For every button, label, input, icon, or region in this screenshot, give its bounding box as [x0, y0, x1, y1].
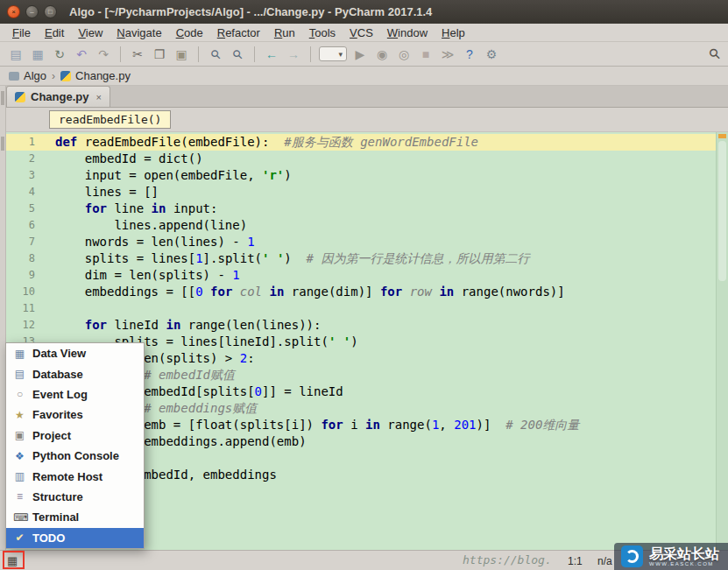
code-line[interactable]: dim = len(splits) - 1 [55, 267, 716, 284]
popup-item-terminal[interactable]: ⌨Terminal [6, 507, 144, 527]
remote-host-icon: ▥ [13, 470, 26, 482]
menu-help[interactable]: Help [435, 25, 472, 40]
menu-file[interactable]: File [5, 25, 38, 40]
popup-item-python-console[interactable]: ❖Python Console [6, 446, 144, 466]
sync-icon[interactable]: ↻ [51, 46, 68, 63]
redo-icon[interactable]: ↷ [95, 46, 112, 63]
code-line[interactable]: lines.append(line) [55, 217, 716, 234]
breadcrumb-file[interactable]: Change.py [60, 69, 131, 82]
project-icon: ▣ [13, 429, 26, 441]
code-line[interactable]: # embedId赋值 [55, 367, 716, 384]
code-line[interactable]: input = open(embedFile, 'r') [55, 167, 716, 184]
line-number[interactable]: 12 [6, 317, 39, 334]
forward-icon[interactable]: → [285, 46, 302, 63]
step-over-icon[interactable]: ≫ [439, 46, 456, 63]
encoding-indicator[interactable]: n/a [597, 555, 612, 567]
line-number[interactable]: 4 [6, 184, 39, 201]
code-line[interactable]: splits = lines[1].split(' ') # 因为第一行是统计信… [55, 250, 716, 267]
popup-item-label: Remote Host [32, 470, 102, 483]
code-line[interactable]: lines = [] [55, 184, 716, 201]
python-file-icon [15, 92, 25, 102]
minimize-button[interactable]: – [25, 5, 39, 18]
code-line[interactable] [55, 300, 716, 317]
replace-icon[interactable]: ⚲ [225, 41, 250, 66]
popup-item-remote-host[interactable]: ▥Remote Host [6, 466, 144, 486]
run-config-combo[interactable]: ▾ [319, 46, 347, 61]
breadcrumb-file-label: Change.py [75, 69, 131, 82]
popup-item-label: Structure [32, 490, 83, 503]
undo-icon[interactable]: ↶ [73, 46, 90, 63]
code-line[interactable]: emb = [float(splits[i]) for i in range(1… [55, 417, 716, 433]
debug-icon[interactable]: ◉ [373, 46, 391, 63]
search-everywhere-icon[interactable]: ⚲ [705, 45, 724, 64]
paste-icon[interactable]: ▣ [173, 46, 190, 63]
popup-item-event-log[interactable]: ○Event Log [6, 384, 144, 405]
tab-close-icon[interactable]: × [95, 92, 101, 102]
menu-view[interactable]: View [71, 25, 110, 40]
code-line[interactable]: embedId[splits[0]] = lineId [55, 384, 716, 400]
menu-window[interactable]: Window [380, 25, 435, 40]
code-line[interactable]: def readEmbedFile(embedFile): #服务与函数 gen… [55, 134, 716, 151]
help-icon[interactable]: ? [461, 46, 478, 63]
database-icon: ▤ [13, 368, 26, 380]
line-number[interactable]: 8 [6, 250, 39, 267]
code-line[interactable] [55, 450, 716, 467]
line-number[interactable]: 10 [6, 284, 39, 300]
breadcrumb-project[interactable]: Algo [9, 69, 46, 82]
editor-scrollbar[interactable] [716, 132, 728, 550]
code-line[interactable]: embeddings.append(emb) [55, 433, 716, 450]
run-icon[interactable]: ▶ [351, 46, 369, 63]
menu-vcs[interactable]: VCS [343, 25, 380, 40]
code-line[interactable]: embedId = dict() [55, 151, 716, 167]
popup-item-favorites[interactable]: ★Favorites [6, 405, 144, 425]
line-number[interactable]: 7 [6, 234, 39, 250]
popup-item-data-view[interactable]: ▦Data View [6, 343, 144, 363]
code-line[interactable]: if len(splits) > 2: [55, 350, 716, 367]
toolwindow-popup: ▦Data View▤Database○Event Log★Favorites▣… [5, 342, 145, 549]
open-icon[interactable]: ▤ [7, 46, 25, 63]
popup-item-todo[interactable]: ✔TODO [6, 528, 144, 548]
popup-item-database[interactable]: ▤Database [6, 363, 144, 384]
popup-item-project[interactable]: ▣Project [6, 426, 144, 446]
code-line[interactable]: embeddings = [[0 for col in range(dim)] … [55, 284, 716, 300]
close-button[interactable]: × [7, 5, 20, 18]
line-number[interactable]: 3 [6, 167, 39, 184]
line-number[interactable]: 11 [6, 300, 39, 317]
line-number[interactable]: 6 [6, 217, 39, 234]
code-line[interactable]: splits = lines[lineId].split(' ') [55, 334, 716, 350]
maximize-button[interactable]: □ [44, 5, 57, 18]
save-icon[interactable]: ▦ [29, 46, 46, 63]
menu-run[interactable]: Run [267, 25, 302, 40]
settings-icon[interactable]: ⚙ [483, 46, 500, 63]
stripe-button[interactable] [1, 91, 4, 105]
line-number[interactable]: 1 [6, 134, 39, 151]
menu-edit[interactable]: Edit [38, 25, 71, 40]
menu-tools[interactable]: Tools [302, 25, 343, 40]
copy-icon[interactable]: ❐ [151, 46, 168, 63]
scrollbar-thumb[interactable] [718, 141, 726, 281]
menu-navigate[interactable]: Navigate [110, 25, 168, 40]
line-number[interactable]: 5 [6, 201, 39, 217]
popup-item-label: Favorites [32, 408, 83, 421]
code-line[interactable]: # embeddings赋值 [55, 400, 716, 417]
code-line[interactable]: nwords = len(lines) - 1 [55, 234, 716, 250]
coverage-icon[interactable]: ◎ [395, 46, 413, 63]
back-icon[interactable]: ← [263, 46, 280, 63]
stripe-button[interactable] [1, 137, 4, 151]
caret-position[interactable]: 1:1 [568, 555, 583, 567]
code-line[interactable]: for lineId in range(len(lines)): [55, 317, 716, 334]
cut-icon[interactable]: ✂ [129, 46, 146, 63]
popup-item-structure[interactable]: ≡Structure [6, 487, 144, 507]
code-line[interactable] [55, 483, 716, 500]
tab-change-py[interactable]: Change.py × [6, 86, 110, 107]
code-line[interactable]: for line in input: [55, 201, 716, 217]
menu-code[interactable]: Code [169, 25, 210, 40]
popup-item-label: Event Log [32, 388, 88, 401]
code-line[interactable]: return embedId, embeddings [55, 467, 716, 483]
stop-icon[interactable]: ■ [417, 46, 435, 63]
line-number[interactable]: 9 [6, 267, 39, 284]
line-number[interactable]: 2 [6, 151, 39, 167]
menu-refactor[interactable]: Refactor [210, 25, 267, 40]
brand-watermark: 易采站长站 WWW.EASCK.COM [614, 543, 728, 570]
breadcrumb: Algo › Change.py [0, 67, 728, 86]
